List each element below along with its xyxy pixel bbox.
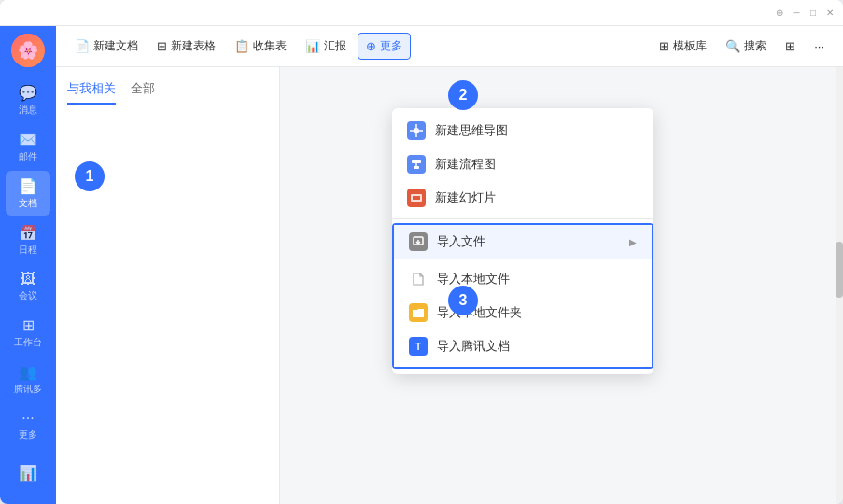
sidebar: 🌸 💬 消息 ✉️ 邮件 📄 文档 📅 日程 🖼 会议 [0, 26, 56, 504]
new-doc-icon: 📄 [75, 39, 90, 53]
more-button[interactable]: ⊕ 更多 [358, 33, 411, 60]
step-badge-2: 2 [448, 80, 478, 110]
flowchart-icon [407, 155, 426, 174]
more-dots-icon: ··· [21, 410, 34, 427]
more-label: 更多 [380, 38, 402, 54]
new-doc-label: 新建文档 [93, 38, 138, 54]
new-table-label: 新建表格 [171, 38, 216, 54]
maximize-icon[interactable]: □ [808, 7, 819, 19]
local-folder-icon [409, 303, 428, 322]
local-file-icon [409, 270, 428, 288]
title-bar: ⊕ ─ □ ✕ [0, 0, 843, 26]
report-icon: 📊 [305, 39, 320, 53]
svg-rect-5 [412, 160, 421, 163]
tencent-doc-icon: T [409, 337, 428, 356]
sidebar-item-messages[interactable]: 💬 消息 [6, 78, 50, 123]
sidebar-more-label: 更多 [19, 428, 37, 441]
new-doc-button[interactable]: 📄 新建文档 [67, 34, 146, 59]
sidebar-item-docs[interactable]: 📄 文档 [6, 171, 50, 216]
local-folder-item[interactable]: 导入本地文件夹 [394, 296, 652, 329]
submenu-items: 导入本地文件 导入本地文件夹 [394, 259, 652, 367]
sidebar-meeting-label: 会议 [19, 289, 37, 302]
toolbar-right: ⊞ 模板库 🔍 搜索 ⊞ ··· [652, 34, 832, 59]
tencent-doc-label: 导入腾讯文档 [437, 338, 510, 355]
template-button[interactable]: ⊞ 模板库 [652, 34, 714, 59]
import-icon [409, 232, 428, 251]
report-label: 汇报 [324, 38, 346, 54]
main-layout: 🌸 💬 消息 ✉️ 邮件 📄 文档 📅 日程 🖼 会议 [0, 26, 843, 504]
svg-point-0 [414, 128, 419, 133]
user-avatar[interactable]: 🌸 [11, 34, 45, 67]
search-label: 搜索 [744, 38, 766, 54]
svg-rect-9 [413, 196, 420, 200]
new-table-icon: ⊞ [157, 39, 167, 53]
app-window: ⊕ ─ □ ✕ 🌸 💬 消息 ✉️ 邮件 📄 文档 [0, 0, 843, 504]
messages-icon: 💬 [19, 84, 37, 102]
sidebar-item-calendar[interactable]: 📅 日程 [6, 217, 50, 262]
sidebar-bottom: 📊 [6, 450, 50, 497]
mindmap-icon [407, 121, 426, 140]
calendar-icon: 📅 [19, 224, 37, 242]
avatar-image: 🌸 [11, 34, 45, 67]
sidebar-item-stats[interactable]: 📊 [6, 450, 50, 495]
sidebar-docs-label: 文档 [19, 197, 37, 210]
content-area: 📄 新建文档 ⊞ 新建表格 📋 收集表 📊 汇报 ⊕ 更多 [56, 26, 843, 504]
pin-icon[interactable]: ⊕ [774, 7, 785, 19]
dropdown-menu: 新建思维导图 新建流程图 [392, 108, 653, 374]
close-icon[interactable]: ✕ [824, 7, 836, 19]
report-button[interactable]: 📊 汇报 [298, 34, 354, 59]
sidebar-calendar-label: 日程 [19, 244, 37, 257]
mindmap-item[interactable]: 新建思维导图 [392, 114, 653, 147]
collect-icon: 📋 [234, 39, 249, 53]
local-file-item[interactable]: 导入本地文件 [394, 262, 652, 296]
options-dots-icon: ··· [814, 39, 824, 53]
search-icon: 🔍 [725, 39, 740, 53]
step-badge-3: 3 [448, 286, 478, 315]
new-table-button[interactable]: ⊞ 新建表格 [149, 34, 223, 59]
dropdown-overlay: 2 [56, 108, 843, 504]
flowchart-label: 新建流程图 [435, 156, 496, 173]
flowchart-item[interactable]: 新建流程图 [392, 147, 653, 181]
panel-tabs: 与我相关 全部 [56, 67, 279, 105]
submenu-arrow-icon: ▶ [629, 237, 637, 247]
grid-icon: ⊞ [785, 39, 795, 53]
meeting-icon: 🖼 [21, 271, 35, 287]
template-label: 模板库 [673, 38, 707, 54]
sidebar-messages-label: 消息 [19, 104, 37, 117]
options-button[interactable]: ··· [807, 35, 832, 58]
toolbar: 📄 新建文档 ⊞ 新建表格 📋 收集表 📊 汇报 ⊕ 更多 [56, 26, 843, 67]
mindmap-label: 新建思维导图 [435, 122, 508, 139]
sidebar-item-meeting[interactable]: 🖼 会议 [6, 264, 50, 309]
slides-icon [407, 189, 426, 207]
sidebar-mail-label: 邮件 [19, 150, 37, 163]
tencent-icon: 👥 [19, 363, 37, 381]
tab-all[interactable]: 全部 [131, 75, 155, 105]
minimize-icon[interactable]: ─ [791, 7, 802, 19]
slides-label: 新建幻灯片 [435, 189, 496, 206]
sidebar-item-tencent[interactable]: 👥 腾讯多 [6, 357, 50, 401]
more-icon: ⊕ [366, 39, 376, 53]
workspace-icon: ⊞ [22, 316, 35, 334]
docs-icon: 📄 [19, 177, 37, 195]
import-submenu-container: 导入文件 ▶ [392, 223, 653, 369]
search-button[interactable]: 🔍 搜索 [718, 34, 774, 59]
import-label: 导入文件 [437, 233, 485, 250]
mail-icon: ✉️ [19, 131, 37, 148]
sidebar-tencent-label: 腾讯多 [14, 383, 42, 396]
template-icon: ⊞ [659, 39, 669, 53]
collect-button[interactable]: 📋 收集表 [227, 34, 294, 59]
sidebar-item-more[interactable]: ··· 更多 [6, 403, 50, 448]
grid-view-button[interactable]: ⊞ [778, 35, 803, 58]
import-header[interactable]: 导入文件 ▶ [394, 225, 652, 259]
local-file-label: 导入本地文件 [437, 271, 510, 287]
sidebar-item-workspace[interactable]: ⊞ 工作台 [6, 311, 50, 356]
sidebar-item-mail[interactable]: ✉️ 邮件 [6, 125, 50, 170]
collect-label: 收集表 [253, 38, 287, 54]
slides-item[interactable]: 新建幻灯片 [392, 181, 653, 215]
tencent-doc-item[interactable]: T 导入腾讯文档 [394, 329, 652, 363]
sidebar-workspace-label: 工作台 [14, 336, 42, 349]
window-controls: ⊕ ─ □ ✕ [774, 7, 836, 19]
stats-icon: 📊 [19, 464, 37, 482]
tab-mine[interactable]: 与我相关 [67, 75, 116, 105]
svg-rect-6 [414, 166, 419, 169]
